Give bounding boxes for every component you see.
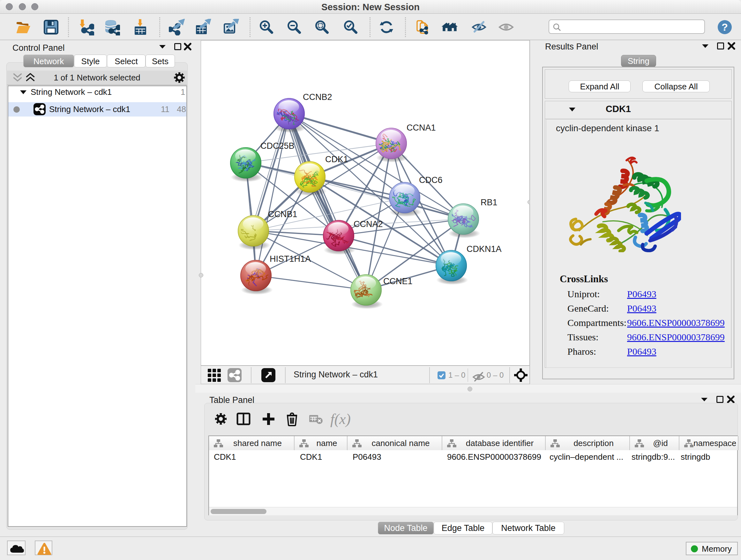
svg-text:CDK1: CDK1 bbox=[325, 154, 348, 164]
svg-text:?: ? bbox=[722, 21, 728, 33]
svg-text:CDC6: CDC6 bbox=[419, 175, 443, 185]
svg-text:HIST1H1A: HIST1H1A bbox=[270, 254, 311, 264]
svg-text:CCNA1: CCNA1 bbox=[407, 123, 436, 132]
svg-text:CCNB2: CCNB2 bbox=[303, 92, 332, 102]
svg-text:CCNA2: CCNA2 bbox=[354, 219, 383, 229]
svg-text:RB1: RB1 bbox=[481, 198, 497, 207]
svg-text:CCNB1: CCNB1 bbox=[268, 209, 297, 219]
svg-text:CDC25B: CDC25B bbox=[260, 141, 294, 151]
svg-text:CDKN1A: CDKN1A bbox=[467, 244, 502, 254]
svg-text:CCNE1: CCNE1 bbox=[383, 276, 413, 286]
